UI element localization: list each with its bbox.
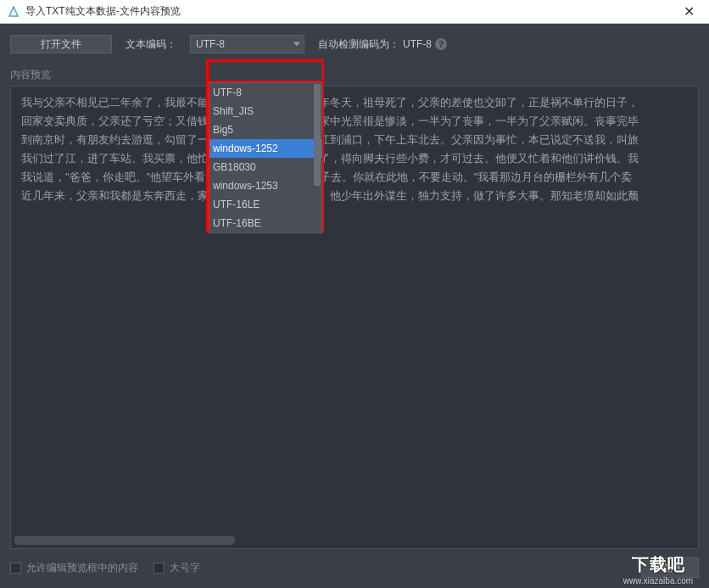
watermark: 下载吧 www.xiazaiba.com xyxy=(607,551,709,588)
encoding-option[interactable]: windows-1253 xyxy=(209,176,321,195)
encoding-option[interactable]: Shift_JIS xyxy=(209,102,321,120)
preview-label: 内容预览 xyxy=(10,68,699,82)
preview-line: 近几年来，父亲和我都是东奔西走，家中光景是一日不如一日。他少年出外谋生，独力支持… xyxy=(21,187,688,205)
encoding-option[interactable]: Big5 xyxy=(209,120,321,139)
window-title: 导入TXT纯文本数据-文件内容预览 xyxy=(25,4,675,19)
encoding-option[interactable]: windows-1252 xyxy=(209,139,321,158)
encoding-label: 文本编码： xyxy=(126,37,176,52)
preview-line: 我说道，"爸爸，你走吧。"他望车外看了看，说，"我买几个橘子去。你就在此地，不要… xyxy=(21,168,688,187)
allow-edit-checkbox[interactable]: 允许编辑预览框中的内容 xyxy=(10,561,138,575)
encoding-option[interactable]: UTF-16LE xyxy=(209,195,321,214)
preview-line: 到南京时，有朋友约去游逛，勾留了一日；第二日上午便须渡江到浦口，下午上车北去。父… xyxy=(21,131,688,149)
encoding-dropdown[interactable]: UTF-8Shift_JISBig5windows-1252GB18030win… xyxy=(209,82,322,233)
titlebar: 导入TXT纯文本数据-文件内容预览 ✕ xyxy=(0,0,709,24)
chevron-down-icon xyxy=(293,42,300,47)
checkbox-icon xyxy=(10,563,21,574)
encoding-option[interactable]: UTF-16BE xyxy=(209,214,321,232)
encoding-option[interactable]: UTF-8 xyxy=(209,83,321,102)
close-button[interactable]: ✕ xyxy=(675,0,702,23)
encoding-selected-value: UTF-8 xyxy=(196,38,225,50)
horizontal-scrollbar[interactable] xyxy=(14,536,235,545)
preview-line: 我与父亲不相见已二年余了，我最不能忘记的是他的背影。那年冬天，祖母死了，父亲的差… xyxy=(21,93,688,112)
encoding-option[interactable]: GB18030 xyxy=(209,158,321,176)
help-icon[interactable]: ? xyxy=(435,38,447,50)
preview-textarea: 我与父亲不相见已二年余了，我最不能忘记的是他的背影。那年冬天，祖母死了，父亲的差… xyxy=(10,86,699,549)
dropdown-scrollbar[interactable] xyxy=(314,84,321,186)
large-font-checkbox[interactable]: 大号字 xyxy=(154,561,200,575)
checkbox-icon xyxy=(154,563,165,574)
large-font-label: 大号字 xyxy=(170,561,200,575)
allow-edit-label: 允许编辑预览框中的内容 xyxy=(26,561,138,575)
auto-detect-label: 自动检测编码为： UTF-8 ? xyxy=(318,37,447,52)
open-file-button[interactable]: 打开文件 xyxy=(10,35,112,53)
app-icon xyxy=(7,5,20,19)
encoding-select[interactable]: UTF-8 xyxy=(190,35,304,53)
preview-line: 我们过了江，进了车站。我买票，他忙着照看行李。行李太多了，得向脚夫行些小费，才可… xyxy=(21,149,688,168)
preview-line: 回家变卖典质，父亲还了亏空；又借钱办了丧事。这些日子，家中光景很是惨淡，一半为了… xyxy=(21,112,688,131)
